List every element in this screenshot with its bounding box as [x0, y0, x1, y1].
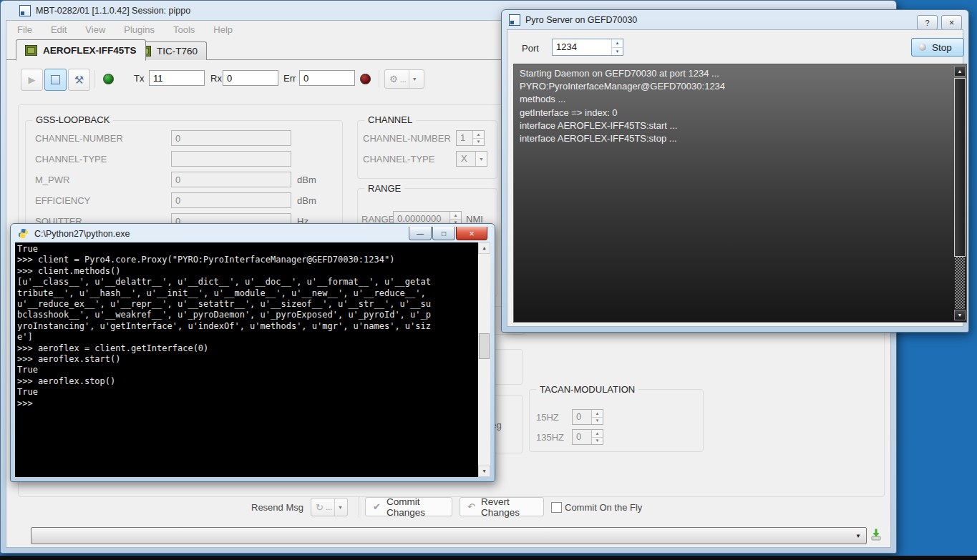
spin-down-icon[interactable]: ▼: [612, 48, 623, 56]
maximize-icon: □: [442, 230, 446, 237]
scroll-down-icon: ▼: [482, 468, 485, 474]
tacan-15hz-value: 0: [573, 410, 591, 424]
gss-channel-number-field[interactable]: [171, 130, 291, 146]
help-button[interactable]: ?: [917, 15, 938, 30]
console-line: >>> client.methods(): [17, 266, 477, 277]
channel-number-spinner[interactable]: 1 ▲▼: [456, 130, 485, 146]
tools-icon: ⚒: [74, 74, 84, 87]
close-icon: ×: [469, 228, 475, 239]
channel-type-dropdown[interactable]: X ▼: [456, 151, 487, 167]
app-icon: [19, 5, 31, 16]
spin-up-icon[interactable]: ▲: [473, 131, 484, 139]
rx-label: Rx: [210, 73, 222, 84]
menu-tools[interactable]: Tools: [173, 24, 195, 35]
port-spinner[interactable]: 1234 ▲ ▼: [552, 39, 623, 56]
stop-button[interactable]: [44, 69, 67, 91]
tx-label: Tx: [134, 73, 144, 84]
tab-label: AEROFLEX-IFF45TS: [43, 45, 137, 56]
python-icon: [18, 228, 29, 239]
spin-up-icon[interactable]: ▲: [450, 212, 461, 220]
gss-channel-type-field[interactable]: [171, 151, 291, 167]
tacan-135hz-label: 135HZ: [536, 432, 564, 443]
close-button[interactable]: ×: [941, 15, 962, 30]
minimize-icon: —: [417, 230, 424, 237]
settings-dropdown-arrow[interactable]: ▼: [409, 70, 420, 88]
pyro-log-text: Starting Daemon on GEFD70030 at port 123…: [520, 67, 951, 145]
status-combobox[interactable]: ▼: [31, 527, 867, 544]
gss-row-unit: dBm: [297, 175, 316, 185]
stop-server-label: Stop: [932, 42, 952, 53]
close-button[interactable]: ×: [456, 227, 487, 240]
console-line: >>>: [17, 398, 477, 409]
menu-edit[interactable]: Edit: [51, 24, 67, 35]
refresh-icon: ↻: [311, 502, 324, 513]
scroll-down-icon: ▼: [958, 313, 963, 318]
gss-row-label: CHANNEL-NUMBER: [35, 133, 123, 144]
app-icon: [509, 14, 520, 26]
spin-down-icon[interactable]: ▼: [592, 438, 603, 445]
chevron-down-icon: ▼: [855, 533, 861, 539]
tacan-135hz-spinner[interactable]: 0 ▲▼: [572, 429, 603, 445]
scrollbar-thumb[interactable]: [954, 78, 966, 257]
pyro-window-buttons: ? ×: [913, 15, 962, 30]
console-line: yroInstancing', u'getInterface', u'index…: [17, 321, 477, 332]
gss-efficiency-field[interactable]: [171, 192, 291, 208]
tab-aeroflex-iff45ts[interactable]: AEROFLEX-IFF45TS: [16, 39, 146, 61]
scroll-up-icon: ▲: [482, 245, 485, 251]
spin-up-icon[interactable]: ▲: [592, 430, 603, 438]
rx-counter-field[interactable]: [223, 70, 278, 86]
close-icon: ×: [949, 17, 955, 28]
minimize-button[interactable]: —: [409, 227, 432, 240]
scroll-up-button[interactable]: ▲: [478, 242, 490, 254]
resend-split-button[interactable]: ↻ ... ▼: [311, 498, 348, 516]
menu-help[interactable]: Help: [213, 24, 233, 35]
gss-mpwr-field[interactable]: [171, 172, 291, 187]
tacan-135hz-value: 0: [573, 430, 591, 444]
toolbar-separator: [379, 70, 379, 88]
revert-changes-button[interactable]: ↶ Revert Changes: [460, 497, 544, 516]
spin-up-icon[interactable]: ▲: [592, 410, 603, 418]
pyro-window-titlebar[interactable]: Pyro Server on GEFD70030: [502, 10, 968, 29]
scrollbar-thumb[interactable]: [479, 333, 490, 359]
link-status-led: [103, 74, 114, 84]
pyro-log-console: Starting Daemon on GEFD70030 at port 123…: [513, 64, 967, 323]
scroll-up-button[interactable]: ▲: [954, 66, 966, 77]
resend-msg-label: Resend Msg: [251, 502, 303, 513]
settings-split-button[interactable]: ⚙ ... ▼: [384, 69, 424, 89]
console-line: True: [17, 387, 477, 398]
scroll-down-button[interactable]: ▼: [478, 466, 490, 477]
pyro-console-scrollbar[interactable]: ▲ ▼: [954, 65, 966, 321]
play-icon: ▶: [29, 74, 36, 85]
python-console[interactable]: True >>> client = Pyro4.core.Proxy("PYRO…: [15, 242, 490, 477]
tx-counter-field[interactable]: [149, 70, 205, 86]
scrollbar-track[interactable]: [955, 257, 965, 309]
gss-row-unit: dBm: [297, 195, 316, 206]
port-value: 1234: [553, 39, 611, 55]
console-line: bclasshook__', u'__weakref__', u'_pyroDa…: [17, 310, 477, 320]
menu-file[interactable]: File: [17, 24, 32, 35]
pyro-window-title: Pyro Server on GEFD70030: [525, 15, 637, 25]
scroll-down-button[interactable]: ▼: [954, 310, 966, 320]
save-log-button[interactable]: [870, 528, 883, 541]
menu-plugins[interactable]: Plugins: [124, 24, 155, 35]
spin-down-icon[interactable]: ▼: [592, 418, 603, 425]
err-counter-field[interactable]: [299, 70, 355, 86]
tacan-15hz-spinner[interactable]: 0 ▲▼: [572, 409, 603, 425]
stop-server-button[interactable]: Stop: [911, 38, 964, 57]
port-label: Port: [522, 43, 539, 54]
gear-icon: ⚙: [385, 74, 398, 84]
resend-dropdown-arrow[interactable]: ▼: [334, 498, 346, 516]
maximize-button[interactable]: □: [432, 227, 455, 240]
python-console-text: True >>> client = Pyro4.core.Proxy("PYRO…: [17, 244, 477, 409]
spin-down-icon[interactable]: ▼: [473, 139, 484, 146]
python-console-scrollbar[interactable]: ▲ ▼: [478, 242, 490, 477]
console-line: u'__reduce_ex__', u'__repr__', u'__setat…: [17, 299, 477, 310]
main-window-title: MBT-0282/01 [1.1.0.42] Session: pippo: [36, 6, 190, 16]
tacan-15hz-label: 15HZ: [536, 412, 559, 423]
menu-view[interactable]: View: [85, 24, 105, 35]
configure-button[interactable]: ⚒: [68, 69, 90, 91]
commit-changes-button[interactable]: ✔ Commit Changes: [365, 497, 452, 516]
start-button[interactable]: ▶: [21, 69, 43, 91]
spin-up-icon[interactable]: ▲: [612, 39, 623, 48]
commit-on-the-fly-checkbox[interactable]: [551, 502, 562, 513]
